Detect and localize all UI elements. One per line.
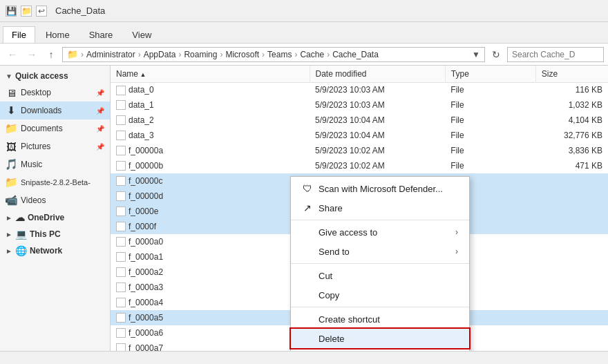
refresh-button[interactable]: ↻	[488, 46, 504, 63]
file-name-cell: f_0000a3	[111, 280, 310, 295]
file-name-cell: f_0000e	[111, 204, 310, 219]
ctx-share[interactable]: ↗ Share	[291, 198, 469, 218]
file-date-cell: 5/9/2023 10:02 AM	[310, 143, 445, 158]
file-type-cell: File	[445, 97, 535, 113]
status-bar	[0, 351, 608, 364]
col-header-type[interactable]: Type	[445, 66, 535, 82]
path-appdata[interactable]: AppData	[144, 50, 176, 59]
file-size-cell	[535, 310, 608, 325]
table-row[interactable]: data_15/9/2023 10:03 AMFile1,032 KB	[111, 97, 608, 113]
tab-view[interactable]: View	[123, 26, 160, 43]
col-header-date[interactable]: Date modified	[310, 66, 445, 82]
thispc-header[interactable]: ► 💻 This PC	[0, 226, 110, 242]
sidebar-item-desktop[interactable]: 🖥 Desktop 📌	[0, 84, 110, 102]
downloads-icon: ⬇	[6, 105, 17, 116]
file-date-cell: 5/9/2023 10:03 AM	[310, 82, 445, 97]
file-size-cell	[535, 249, 608, 265]
file-icon	[116, 222, 126, 231]
file-type-cell: File	[445, 143, 535, 158]
col-header-size[interactable]: Size	[535, 66, 608, 82]
table-row[interactable]: data_35/9/2023 10:04 AMFile32,776 KB	[111, 128, 608, 143]
pin-icon-pictures: 📌	[96, 143, 104, 151]
sidebar-label-snipaste: Snipaste-2.8.2-Beta-	[21, 178, 104, 186]
file-size-cell	[535, 280, 608, 295]
context-menu: 🛡 Scan with Microsoft Defender... ↗ Shar…	[290, 176, 470, 351]
ctx-scan[interactable]: 🛡 Scan with Microsoft Defender...	[291, 179, 469, 198]
ctx-copy[interactable]: Copy	[291, 285, 469, 305]
file-date-cell: 5/9/2023 10:04 AM	[310, 113, 445, 128]
search-input[interactable]	[507, 47, 604, 62]
ctx-delete[interactable]: Delete	[291, 329, 469, 348]
title-bar: 💾 📁 ↩ Cache_Data	[0, 0, 608, 22]
path-cache-data[interactable]: Cache_Data	[332, 50, 379, 59]
content-area: Name Date modified Type Size data_05/9/2…	[111, 66, 608, 351]
tab-share[interactable]: Share	[80, 26, 122, 43]
file-name-cell: f_0000a0	[111, 234, 310, 249]
folder-icon[interactable]: 📁	[21, 6, 32, 17]
sidebar-item-pictures[interactable]: 🖼 Pictures 📌	[0, 137, 110, 155]
ctx-rename[interactable]: Rename	[291, 348, 469, 351]
undo-icon[interactable]: ↩	[36, 6, 47, 17]
path-roaming[interactable]: Roaming	[184, 50, 217, 59]
save-icon[interactable]: 💾	[6, 6, 17, 17]
main-layout: ▼ Quick access 🖥 Desktop 📌 ⬇ Downloads 📌…	[0, 66, 608, 351]
sidebar-item-music[interactable]: 🎵 Music	[0, 155, 110, 173]
file-size-cell	[535, 189, 608, 204]
path-cache[interactable]: Cache	[300, 50, 324, 59]
file-size-cell	[535, 173, 608, 189]
ctx-send-to[interactable]: Send to ›	[291, 242, 469, 261]
ctx-create-shortcut[interactable]: Create shortcut	[291, 309, 469, 329]
address-path[interactable]: 📁 › Administrator › AppData › Roaming › …	[62, 47, 485, 62]
sidebar-item-snipaste[interactable]: 📁 Snipaste-2.8.2-Beta-	[0, 173, 110, 191]
table-row[interactable]: f_00000a5/9/2023 10:02 AMFile3,836 KB	[111, 143, 608, 158]
documents-icon: 📁	[6, 123, 17, 134]
ctx-give-access[interactable]: Give access to ›	[291, 222, 469, 242]
file-size-cell: 3,836 KB	[535, 143, 608, 158]
back-button[interactable]: ←	[4, 46, 21, 63]
path-administrator[interactable]: Administrator	[86, 50, 135, 59]
sidebar-item-documents[interactable]: 📁 Documents 📌	[0, 119, 110, 137]
pin-icon-desktop: 📌	[96, 89, 104, 97]
file-name-cell: data_0	[111, 82, 310, 97]
file-icon	[116, 146, 126, 155]
pin-icon-downloads: 📌	[96, 107, 104, 115]
sidebar-item-downloads[interactable]: ⬇ Downloads 📌	[0, 102, 110, 119]
path-teams[interactable]: Teams	[267, 50, 292, 59]
file-icon	[116, 131, 126, 140]
table-row[interactable]: data_25/9/2023 10:04 AMFile4,104 KB	[111, 113, 608, 128]
file-icon	[116, 191, 126, 201]
up-button[interactable]: ↑	[43, 46, 59, 63]
file-name-cell: f_0000a4	[111, 295, 310, 310]
sidebar: ▼ Quick access 🖥 Desktop 📌 ⬇ Downloads 📌…	[0, 66, 111, 351]
videos-icon: 📹	[6, 195, 17, 206]
tab-file[interactable]: File	[3, 26, 35, 43]
table-row[interactable]: f_00000b5/9/2023 10:02 AMFile471 KB	[111, 158, 608, 173]
file-name-cell: f_0000f	[111, 219, 310, 234]
file-size-cell	[535, 265, 608, 280]
sidebar-item-videos[interactable]: 📹 Videos	[0, 191, 110, 209]
file-icon	[116, 207, 126, 216]
title-bar-icons: 💾 📁 ↩	[6, 6, 47, 17]
col-header-name[interactable]: Name	[111, 66, 310, 82]
file-icon	[116, 267, 126, 277]
sidebar-label-documents: Documents	[21, 124, 92, 133]
tab-home[interactable]: Home	[37, 26, 79, 43]
forward-button[interactable]: →	[23, 46, 40, 63]
file-name-cell: f_0000a7	[111, 341, 310, 351]
ctx-sep-3	[291, 307, 469, 307]
music-icon: 🎵	[6, 159, 17, 170]
file-size-cell: 32,776 KB	[535, 128, 608, 143]
table-row[interactable]: data_05/9/2023 10:03 AMFile116 KB	[111, 82, 608, 97]
path-microsoft[interactable]: Microsoft	[225, 50, 259, 59]
network-header[interactable]: ► 🌐 Network	[0, 242, 110, 259]
ctx-cut[interactable]: Cut	[291, 266, 469, 285]
onedrive-header[interactable]: ► ☁ OneDrive	[0, 209, 110, 226]
snipaste-icon: 📁	[6, 177, 17, 188]
file-name-cell: f_0000a6	[111, 325, 310, 341]
folder-icon-small: 📁	[67, 49, 78, 59]
pin-icon-documents: 📌	[96, 125, 104, 133]
file-icon	[116, 343, 126, 351]
file-name-cell: data_3	[111, 128, 310, 143]
file-icon	[116, 313, 126, 323]
quick-access-header[interactable]: ▼ Quick access	[0, 68, 110, 84]
